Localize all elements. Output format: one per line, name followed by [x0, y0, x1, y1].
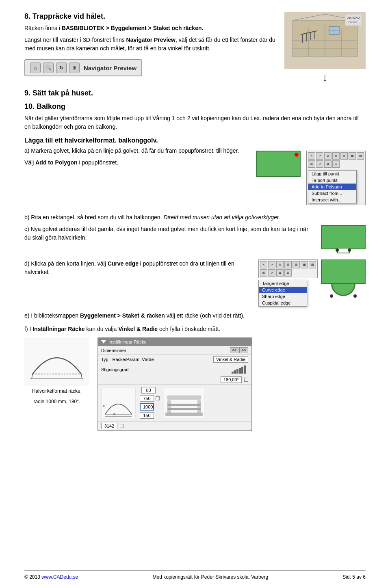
popup-item-2: Ta bort punkt	[308, 177, 356, 184]
tb-btn-6: ▦	[349, 152, 356, 160]
navigator-preview-button[interactable]: ⌂ 🔍 ↻ ⊕ Navigator Preview	[24, 59, 142, 76]
navigator-preview-label: Navigator Preview	[84, 65, 136, 71]
section-9-heading: 9. Sätt tak på huset.	[24, 89, 366, 97]
num-input-1[interactable]: 80	[141, 387, 156, 393]
typ-label: Typ - Räcke/Param. Värde	[101, 357, 212, 362]
d-tb-4: ▤	[284, 261, 292, 268]
house-3d-image: ArchiCAD Preview	[284, 12, 366, 69]
popup-curve-edge: Curve edge	[259, 287, 307, 293]
step-d-row: d) Klicka på den korta linjen, välj Curv…	[24, 259, 366, 307]
step-e-para: e) I biblioteksmappen Byggelement > Stak…	[24, 311, 366, 320]
toolbar-d-row2: ⊞ ↺ ⊠ ☷	[260, 269, 316, 277]
halvcirkel-caption2: radie 1000 mm, 180°.	[24, 398, 89, 405]
svg-text:α: α	[103, 404, 106, 408]
d-tb-11: ☷	[284, 269, 292, 277]
step-f-start2: kan du välja	[85, 326, 119, 332]
svg-rect-38	[166, 413, 202, 415]
typ-value[interactable]: Vinkel & Radie	[213, 356, 248, 363]
tb-btn-1: ↖	[308, 152, 315, 160]
num-input-highlighted[interactable]: 1000	[140, 403, 154, 411]
halvcirkel-svg	[24, 337, 89, 386]
popup-sharp: Sharp edge	[259, 293, 307, 300]
popup-item-intersect: Intersect with...	[308, 197, 356, 203]
add-to-polygon-bold: Add to Polygon	[35, 159, 77, 166]
d-tb-7: ▧	[309, 261, 316, 268]
d-tb-9: ↺	[268, 269, 275, 277]
panel-angle-row: 180,00°	[98, 375, 251, 385]
panel-numbers-section: α R 80 750	[98, 385, 251, 421]
tb-btn-5: ▥	[340, 152, 348, 160]
num-input-4[interactable]: 150	[140, 412, 154, 419]
d-tb-1: ↖	[260, 261, 267, 268]
step-d-text: d) Klicka på den korta linjen, välj Curv…	[24, 259, 250, 280]
tb-btn-4: ▤	[332, 152, 340, 160]
para1-bold: BASBIBLIOTEK > Byggelement > Staket och …	[62, 25, 204, 31]
balkong-subheading: Lägga till ett halvcirkelformat. balkong…	[24, 137, 366, 144]
nav-icon-rotate: ↻	[56, 63, 67, 73]
panel-prev-btn[interactable]: <<	[230, 347, 239, 353]
nav-icon-home: ⌂	[30, 63, 41, 73]
bottom-arrow	[120, 424, 124, 428]
step-c-row: c) Nya golvet adderas till det gamla, dv…	[24, 225, 366, 255]
small-toolbar-d: ↖ ↗ ⊙ ▤ ▥ ▦ ▧ ⊞ ↺ ⊠	[258, 259, 318, 278]
panel-next-btn[interactable]: >>	[239, 347, 248, 353]
green-rect-a	[256, 151, 301, 177]
panel-inputs: 80 750 1000 150	[140, 387, 160, 419]
num-bottom[interactable]: 3142	[101, 423, 117, 429]
section-8-text: 8. Trappräcke vid hålet. Räcken finns i …	[24, 12, 276, 85]
vinkel-radie-bold: Vinkel & Radie	[118, 326, 158, 332]
svg-text:R: R	[113, 413, 116, 416]
svg-rect-33	[168, 396, 200, 399]
step-a-text: a) Markera golvet, klicka på en linje på…	[24, 147, 248, 170]
footer: © 2013 www.CADedu.se Med kopieringsrätt …	[24, 571, 366, 580]
para1-text: Räcken finns i	[24, 25, 62, 31]
small-toolbar-a: ↖ ↗ ⊙ ▤ ▥ ▦ ▧ ⊞ ↺ ⊠ ☷	[306, 151, 366, 205]
step-e-bold: Byggelement > Staket & räcken	[80, 312, 165, 319]
panel-stigningsgrad-row: Stigningsgrad	[98, 364, 251, 375]
num-input-2[interactable]: 750	[140, 395, 154, 402]
panel-dimensioner-row: Dimensioner << >>	[98, 346, 251, 355]
installningar-panel: Inställningar Räcke Dimensioner << >> Ty…	[98, 337, 252, 431]
panel-title: Inställningar Räcke	[108, 339, 147, 344]
diagram-a: ↖ ↗ ⊙ ▤ ▥ ▦ ▧ ⊞ ↺ ⊠ ☷	[256, 151, 366, 205]
d-tb-8: ⊞	[260, 269, 267, 277]
popup-item-subtract: Subtract from...	[308, 190, 356, 197]
angle-value[interactable]: 180,00°	[221, 376, 242, 383]
toolbar-d-row1: ↖ ↗ ⊙ ▤ ▥ ▦ ▧	[260, 261, 316, 268]
para2-start: Längst ner till vänster i 3D-fönstret fi…	[24, 37, 126, 43]
step-a-para: a) Markera golvet, klicka på en linje på…	[24, 147, 248, 155]
step-f-end: och fylla i önskade mått.	[158, 326, 220, 332]
racke-diagram	[164, 388, 204, 418]
step-a-add-text: Välj	[24, 159, 35, 166]
installningar-row: Halvcirkelformat räcke, radie 1000 mm, 1…	[24, 337, 366, 431]
d-tb-5: ▥	[292, 261, 300, 268]
svg-text:Preview: Preview	[349, 21, 358, 23]
dim-label: Dimensioner	[101, 348, 228, 353]
tb-btn-9: ↺	[316, 160, 323, 168]
svg-rect-34	[168, 401, 170, 413]
footer-link[interactable]: www.CADedu.se	[41, 574, 78, 580]
step-e-start: e) I biblioteksmappen	[24, 312, 80, 319]
num-row-3: 1000	[140, 403, 160, 411]
nav-icon-search: 🔍	[43, 63, 54, 73]
section-9: 9. Sätt tak på huset.	[24, 89, 366, 97]
popup-item-1: Lägg till punkt	[308, 171, 356, 177]
curve-edge-bold: Curve edge	[108, 260, 139, 267]
tb-btn-8: ⊞	[308, 160, 315, 168]
stair-icon	[232, 365, 246, 374]
section-10: 10. Balkong När det gäller ytterdörrarna…	[24, 102, 366, 431]
popup-item-add-polygon: Add to Polygon	[308, 184, 356, 190]
step-d-start: d) Klicka på den korta linjen, välj	[24, 260, 108, 267]
step-a-add: Välj Add to Polygon i popupfönstret.	[24, 158, 248, 167]
page: 8. Trappräcke vid hålet. Räcken finns i …	[0, 0, 390, 588]
footer-middle: Med kopieringsrätt för Peder Skrivares s…	[152, 574, 268, 580]
svg-rect-35	[198, 401, 200, 413]
step-a-row: a) Markera golvet, klicka på en linje på…	[24, 147, 366, 209]
balkong-d-img	[321, 259, 366, 298]
step-d-diagram: ↖ ↗ ⊙ ▤ ▥ ▦ ▧ ⊞ ↺ ⊠	[258, 259, 366, 307]
alpha-diagram: α R	[101, 388, 136, 418]
popup-tangent: Tangent edge	[259, 280, 307, 287]
step-b-para: b) Rita en rektangel, så bred som du vil…	[24, 213, 366, 222]
section-8: 8. Trappräcke vid hålet. Räcken finns i …	[24, 12, 366, 85]
num-row-2: 750	[140, 395, 160, 402]
